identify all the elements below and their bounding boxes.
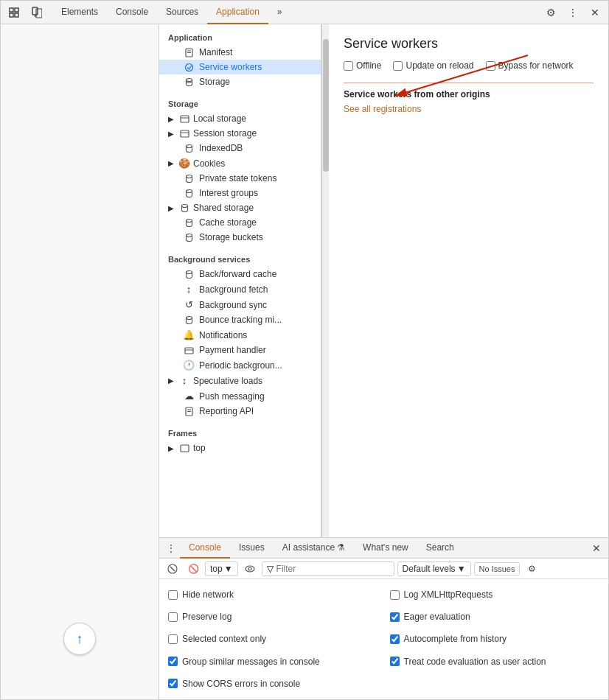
option-treat-code-eval[interactable]: Treat code evaluation as user action [390, 652, 600, 671]
option-eager-evaluation[interactable]: Eager evaluation [390, 607, 600, 626]
console-filter-input[interactable] [276, 564, 389, 574]
option-show-cors[interactable]: Show CORS errors in console [168, 674, 378, 693]
context-value: top [210, 564, 223, 574]
show-cors-checkbox[interactable] [168, 679, 178, 688]
session-storage-icon [178, 129, 190, 139]
offline-checkbox[interactable] [344, 61, 353, 71]
sidebar-item-storage-buckets[interactable]: Storage buckets [159, 230, 321, 245]
console-tab-console[interactable]: Console [180, 538, 230, 559]
update-on-reload-checkbox[interactable] [393, 61, 403, 71]
sidebar-item-service-workers[interactable]: Service workers [159, 60, 321, 74]
sidebar-item-speculative-loads[interactable]: ▶ ↕ Speculative loads [159, 373, 321, 388]
option-preserve-log[interactable]: Preserve log [168, 607, 378, 626]
device-mode-icon[interactable] [26, 2, 46, 23]
option-hide-network[interactable]: Hide network [168, 585, 378, 604]
sidebar-item-reporting-api[interactable]: Reporting API [159, 404, 321, 419]
console-tab-issues[interactable]: Issues [230, 538, 274, 559]
other-origins-title: Service workers from other origins [344, 89, 594, 99]
sidebar-item-notifications[interactable]: 🔔 Notifications [159, 327, 321, 343]
svg-rect-25 [185, 348, 193, 354]
sidebar-item-indexeddb[interactable]: IndexedDB [159, 141, 321, 155]
hide-network-label: Hide network [182, 589, 234, 600]
tab-elements[interactable]: Elements [52, 1, 107, 24]
manifest-label: Manifest [199, 47, 232, 57]
offline-checkbox-label[interactable]: Offline [344, 60, 381, 71]
console-filter-box[interactable]: ▽ [262, 561, 394, 576]
sidebar-item-local-storage[interactable]: ▶ Local storage [159, 111, 321, 126]
group-similar-checkbox[interactable] [168, 657, 178, 666]
svg-point-24 [186, 316, 192, 319]
sidebar-item-shared-storage[interactable]: ▶ Shared storage [159, 200, 321, 215]
sidebar-item-cache-storage[interactable]: Cache storage [159, 215, 321, 230]
tab-more[interactable]: » [268, 1, 291, 24]
tab-sources[interactable]: Sources [157, 1, 207, 24]
log-xmlhttp-checkbox[interactable] [390, 590, 400, 600]
app-sidebar: Application Manifest Service workers [159, 24, 321, 537]
preserve-log-checkbox[interactable] [168, 612, 178, 622]
sidebar-item-background-fetch[interactable]: ↕ Background fetch [159, 281, 321, 297]
devtools-panel: Application Manifest Service workers [159, 24, 608, 699]
svg-point-35 [246, 566, 254, 572]
tab-application[interactable]: Application [207, 1, 268, 24]
eager-evaluation-checkbox[interactable] [390, 612, 400, 622]
sidebar-scrollbar[interactable] [321, 24, 329, 537]
devtools-upper: Application Manifest Service workers [159, 24, 608, 537]
sidebar-item-manifest[interactable]: Manifest [159, 45, 321, 60]
sidebar-item-back-forward-cache[interactable]: Back/forward cache [159, 267, 321, 281]
page-title: Service workers [344, 36, 594, 52]
expand-arrow-session: ▶ [168, 130, 175, 138]
storage-buckets-icon [183, 233, 195, 242]
svg-point-17 [186, 144, 192, 147]
console-menu-icon[interactable]: ⋮ [162, 539, 180, 557]
more-options-icon[interactable]: ⋮ [563, 2, 583, 23]
sidebar-item-storage[interactable]: Storage [159, 74, 321, 89]
close-icon[interactable]: ✕ [585, 2, 605, 23]
autocomplete-history-checkbox[interactable] [390, 634, 400, 644]
settings-icon[interactable]: ⚙ [540, 2, 561, 23]
selected-context-checkbox[interactable] [168, 634, 178, 644]
scroll-up-button[interactable]: ↑ [63, 623, 96, 655]
sidebar-item-session-storage[interactable]: ▶ Session storage [159, 126, 321, 141]
sidebar-item-periodic-background[interactable]: 🕐 Periodic backgroun... [159, 357, 321, 373]
console-tab-search[interactable]: Search [417, 538, 463, 559]
console-settings-icon[interactable]: 🚫 [184, 560, 202, 578]
sidebar-item-private-state-tokens[interactable]: Private state tokens [159, 171, 321, 186]
console-tab-whats-new[interactable]: What's new [354, 538, 417, 559]
expand-arrow-speculative: ▶ [168, 377, 175, 385]
bypass-for-network-checkbox[interactable] [486, 61, 495, 71]
clear-console-icon[interactable] [164, 560, 181, 578]
inspect-icon[interactable] [4, 2, 24, 23]
svg-rect-15 [181, 130, 189, 137]
sidebar-item-frames-top[interactable]: ▶ top [159, 441, 321, 455]
console-tab-ai-assistance[interactable]: AI assistance ⚗ [274, 538, 354, 559]
console-options: Hide network Log XMLHttpRequests Preserv… [159, 579, 608, 699]
sidebar-item-bounce-tracking[interactable]: Bounce tracking mi... [159, 312, 321, 327]
console-visibility-icon[interactable] [241, 560, 259, 578]
console-close-button[interactable]: ✕ [588, 539, 605, 557]
payment-handler-label: Payment handler [199, 345, 266, 355]
sidebar-item-cookies[interactable]: ▶ 🍪 Cookies [159, 155, 321, 171]
sidebar-item-interest-groups[interactable]: Interest groups [159, 186, 321, 200]
cookies-label: Cookies [193, 158, 225, 169]
sidebar-item-background-sync[interactable]: ↺ Background sync [159, 297, 321, 312]
see-all-registrations-link[interactable]: See all registrations [344, 104, 421, 114]
console-levels-dropdown[interactable]: Default levels ▼ [397, 561, 471, 576]
svg-rect-2 [10, 13, 13, 17]
back-forward-cache-label: Back/forward cache [199, 269, 276, 279]
hide-network-checkbox[interactable] [168, 590, 178, 600]
svg-rect-3 [15, 13, 18, 17]
console-context-dropdown[interactable]: top ▼ [205, 561, 238, 576]
update-on-reload-label[interactable]: Update on reload [393, 60, 473, 71]
sidebar-item-payment-handler[interactable]: Payment handler [159, 343, 321, 357]
bypass-for-network-label[interactable]: Bypass for network [486, 60, 574, 71]
console-gear-icon[interactable]: ⚙ [523, 560, 540, 578]
console-tab-right: ✕ [588, 539, 605, 557]
option-autocomplete-history[interactable]: Autocomplete from history [390, 629, 600, 648]
browser-area: ↑ [1, 24, 159, 699]
tab-console[interactable]: Console [107, 1, 157, 24]
option-group-similar[interactable]: Group similar messages in console [168, 652, 378, 671]
treat-code-eval-checkbox[interactable] [390, 657, 400, 666]
option-selected-context[interactable]: Selected context only [168, 629, 378, 648]
sidebar-item-push-messaging[interactable]: ☁ Push messaging [159, 388, 321, 404]
option-log-xmlhttp[interactable]: Log XMLHttpRequests [390, 585, 600, 604]
